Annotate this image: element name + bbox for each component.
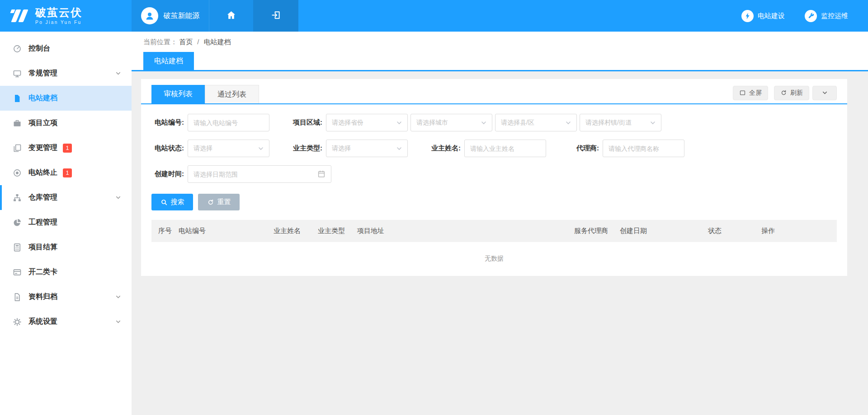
tab-review-list[interactable]: 审核列表 [151,85,205,103]
search-button[interactable]: 搜索 [151,194,193,210]
refresh-icon [780,89,787,96]
field-owner-name: 业主姓名: [428,140,546,157]
town-select[interactable]: 请选择村镇/街道 [580,114,661,131]
sidebar-item-project-initiation[interactable]: 项目立项 [0,111,132,135]
county-placeholder: 请选择县/区 [501,119,565,127]
person-icon [144,10,155,21]
sidebar-item-open-class2-card[interactable]: 开二类卡 [0,260,132,284]
chevron-down-icon [649,119,656,126]
page-tab-station-archive[interactable]: 电站建档 [143,52,194,70]
sidebar-item-label: 工程管理 [28,218,57,227]
home-icon [226,10,236,22]
action-buttons: 搜索 重置 [141,183,847,210]
content-area: 当前位置： 首页 / 电站建档 电站建档 审核列表 通过列表 全屏 [132,32,868,415]
sitemap-icon [13,193,22,202]
city-select[interactable]: 请选择城市 [410,114,492,131]
home-button[interactable] [209,0,253,32]
fullscreen-label: 全屏 [749,89,762,97]
breadcrumb: 当前位置： 首页 / 电站建档 [132,32,868,52]
exit-icon [271,10,281,22]
date-range-input[interactable] [188,165,331,183]
station-status-select[interactable]: 请选择 [188,140,269,157]
notification-badge: 1 [63,144,72,153]
breadcrumb-separator: / [197,38,199,46]
collapse-button[interactable] [812,86,837,100]
sidebar-item-label: 常规管理 [28,69,57,78]
column-header: 操作 [761,227,830,235]
tab-passed-list[interactable]: 通过列表 [205,85,259,103]
filter-row-1: 电站编号: 项目区域: 请选择省份 请选择城市 [151,114,837,131]
reset-label: 重置 [217,198,231,206]
refresh-button[interactable]: 刷新 [774,86,809,100]
column-header: 创建日期 [620,227,708,235]
company-name: 破茧新能源 [164,11,200,21]
monitor-icon [13,69,22,78]
sidebar-item-station-termination[interactable]: 电站终止 1 [0,160,132,185]
copy-icon [13,144,22,153]
calendar-icon[interactable] [317,170,326,178]
owner-name-input[interactable] [464,140,546,157]
panel-tools: 全屏 刷新 [733,86,837,103]
logo-text: 破茧云伏 Po Jian Yun Fu [35,7,82,24]
date-range-field [188,165,331,183]
sidebar-item-dashboard[interactable]: 控制台 [0,36,132,61]
logo[interactable]: 破茧云伏 Po Jian Yun Fu [0,0,132,32]
column-header: 业主姓名 [274,227,318,235]
sidebar-item-warehouse-mgmt[interactable]: 仓库管理 [0,185,132,210]
chevron-down-icon [821,89,828,96]
document-icon [13,293,22,302]
sidebar: 控制台 常规管理 电站建档 [0,32,132,415]
reset-icon [207,199,214,206]
calculator-icon [13,243,22,252]
column-header: 项目地址 [357,227,574,235]
filter-row-2: 电站状态: 请选择 业主类型: 请选择 业主 [151,140,837,157]
nav-monitor-ops[interactable]: 监控运维 [805,0,848,32]
reset-button[interactable]: 重置 [198,194,240,210]
station-no-label: 电站编号: [151,118,184,127]
owner-type-select[interactable]: 请选择 [326,140,408,157]
sidebar-item-label: 电站建档 [28,93,57,103]
sidebar-item-label: 变更管理 [28,143,57,153]
sidebar-item-label: 系统设置 [28,317,57,326]
sidebar-item-system-settings[interactable]: 系统设置 [0,309,132,334]
panel-tabs: 审核列表 通过列表 全屏 刷新 [141,85,847,104]
sidebar-item-label: 控制台 [28,44,50,53]
province-placeholder: 请选择省份 [332,119,396,127]
fullscreen-icon [739,89,746,96]
chevron-down-icon [115,318,122,325]
chevron-down-icon [480,119,487,126]
station-no-input[interactable] [188,114,269,131]
gear-icon [13,317,22,326]
county-select[interactable]: 请选择县/区 [495,114,577,131]
avatar [141,7,158,24]
breadcrumb-home-link[interactable]: 首页 [179,38,193,46]
column-header: 状态 [708,227,761,235]
logo-icon [10,8,30,24]
nav-station-build[interactable]: 电站建设 [741,0,785,32]
sidebar-item-project-settlement[interactable]: 项目结算 [0,235,132,260]
sidebar-item-station-archive[interactable]: 电站建档 [0,86,132,111]
logout-button[interactable] [253,0,298,32]
field-created-time: 创建时间: [151,165,331,183]
field-station-status: 电站状态: 请选择 [151,140,269,157]
user-menu[interactable]: 破茧新能源 [132,0,209,32]
agent-label: 代理商: [566,144,599,153]
results-table: 序号 电站编号 业主姓名 业主类型 项目地址 服务代理商 创建日期 状态 操作 … [151,220,837,275]
sidebar-item-engineering-mgmt[interactable]: 工程管理 [0,210,132,235]
sidebar-item-label: 仓库管理 [28,193,57,202]
sidebar-item-change-mgmt[interactable]: 变更管理 1 [0,135,132,160]
nav-label: 监控运维 [821,12,848,20]
pie-chart-icon [13,218,22,227]
nav-label: 电站建设 [758,12,785,20]
province-select[interactable]: 请选择省份 [326,114,408,131]
sidebar-item-general-mgmt[interactable]: 常规管理 [0,61,132,86]
target-icon [13,168,22,177]
sidebar-item-data-archive[interactable]: 资料归档 [0,284,132,309]
file-icon [13,94,22,103]
created-time-label: 创建时间: [151,170,184,178]
field-owner-type: 业主类型: 请选择 [290,140,408,157]
chevron-down-icon [115,194,122,201]
fullscreen-button[interactable]: 全屏 [733,86,768,100]
agent-input[interactable] [603,140,684,157]
chevron-down-icon [115,294,122,300]
